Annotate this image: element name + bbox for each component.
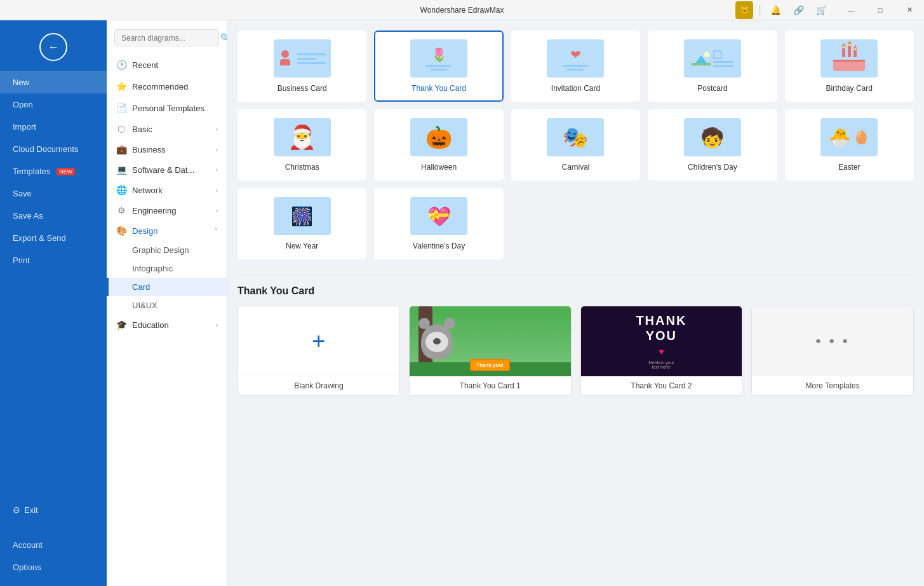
card-type-easter[interactable]: 🐣 🥚 Easter <box>785 109 914 181</box>
sidebar-item-templates[interactable]: Templates NEW <box>0 160 107 182</box>
mid-item-personal[interactable]: 📄 Personal Templates <box>107 97 227 119</box>
print-label: Print <box>13 256 30 265</box>
cat-network[interactable]: 🌐 Network › <box>107 180 227 200</box>
education-chevron: › <box>216 322 218 329</box>
share-icon[interactable]: 🔗 <box>789 1 807 19</box>
sidebar-item-account[interactable]: Account <box>0 534 107 556</box>
sidebar-item-import[interactable]: Import <box>0 116 107 138</box>
engineering-label: Engineering <box>132 206 176 215</box>
thank-you-banner: Thank you! <box>470 359 510 371</box>
card-type-postcard[interactable]: Postcard <box>648 31 777 102</box>
dark-thumb: THANK YOU ♥ Mention yourtext here! <box>581 306 742 376</box>
sidebar-item-print[interactable]: Print <box>0 249 107 271</box>
mid-item-recommended[interactable]: ⭐ Recommended <box>107 76 227 97</box>
preview-more[interactable]: • • • More Templates <box>751 306 914 396</box>
business-thumb <box>274 39 331 78</box>
sidebar-item-export[interactable]: Export & Send <box>0 227 107 249</box>
cloud-label: Cloud Documents <box>13 144 78 154</box>
network-icon: 🌐 <box>116 185 127 195</box>
more-label: More Templates <box>752 376 913 395</box>
plus-icon: + <box>312 328 325 355</box>
sub-graphic[interactable]: Graphic Design <box>107 241 227 259</box>
exit-label: Exit <box>24 505 38 515</box>
business-chevron: › <box>216 146 218 153</box>
card-type-christmas[interactable]: 🎅 Christmas <box>238 109 366 181</box>
card-type-thankyou[interactable]: 🌷 Thank You Card <box>374 31 503 102</box>
export-label: Export & Send <box>13 233 66 243</box>
maximize-button[interactable]: □ <box>866 0 895 20</box>
app-title: Wondershare EdrawMax <box>420 6 504 15</box>
sub-uiux[interactable]: UI&UX <box>107 296 227 315</box>
preview-t1[interactable]: Thank you! Thank You Card 1 <box>409 306 572 396</box>
carnival-thumb: 🎭 <box>547 118 604 156</box>
card-type-childrens[interactable]: 🧒 Children's Day <box>648 109 777 181</box>
business-label: Business <box>132 145 166 154</box>
network-label: Network <box>132 186 163 195</box>
back-button[interactable]: ← <box>39 33 67 61</box>
uiux-label: UI&UX <box>132 301 157 310</box>
blank-label: Blank Drawing <box>238 376 399 395</box>
card-type-birthday[interactable]: Birthday Card <box>785 31 914 102</box>
thankyou-thumb: 🌷 <box>410 39 467 78</box>
sub-card[interactable]: Card <box>107 278 227 296</box>
cat-business[interactable]: 💼 Business › <box>107 139 227 160</box>
network-chevron: › <box>216 187 218 194</box>
search-bar[interactable]: 🔍 <box>114 29 219 46</box>
sidebar-item-options[interactable]: Options <box>0 556 107 578</box>
easter-label: Easter <box>838 163 860 172</box>
sidebar-item-exit[interactable]: ⊖ Exit <box>0 498 107 521</box>
separator: | <box>758 3 761 17</box>
sidebar-item-cloud[interactable]: Cloud Documents <box>0 138 107 160</box>
cat-software[interactable]: 💻 Software & Dat... › <box>107 160 227 180</box>
sub-infographic[interactable]: Infographic <box>107 259 227 278</box>
recent-label: Recent <box>132 60 158 70</box>
sidebar-item-new[interactable]: New <box>0 71 107 93</box>
save-label: Save <box>13 189 32 198</box>
cart-icon[interactable]: 🛒 <box>812 1 830 19</box>
sidebar-item-save-as[interactable]: Save As <box>0 205 107 227</box>
dark-heart: ♥ <box>659 346 664 357</box>
section-divider <box>238 275 914 275</box>
card-type-carnival[interactable]: 🎭 Carnival <box>511 109 640 181</box>
card-type-valentine[interactable]: 💝 Valentine's Day <box>374 188 503 259</box>
user-avatar[interactable]: 🐱 <box>735 1 753 19</box>
design-icon: 🎨 <box>116 226 127 236</box>
cat-design[interactable]: 🎨 Design ˅ <box>107 221 227 241</box>
card-type-invitation[interactable]: ❤ Invitation Card <box>511 31 640 102</box>
preview-t2[interactable]: THANK YOU ♥ Mention yourtext here! Thank… <box>580 306 743 396</box>
sidebar-item-save[interactable]: Save <box>0 182 107 205</box>
content-area: Business Card 🌷 Thank You Card <box>227 20 924 586</box>
basic-icon: ⬡ <box>116 124 127 134</box>
recent-icon: 🕐 <box>116 60 127 70</box>
account-label: Account <box>13 540 43 550</box>
window-controls: — □ ✕ <box>836 0 924 20</box>
search-input[interactable] <box>121 34 217 43</box>
education-label: Education <box>132 320 169 330</box>
close-button[interactable]: ✕ <box>895 0 924 20</box>
sidebar-item-open[interactable]: Open <box>0 93 107 116</box>
education-icon: 🎓 <box>116 320 127 330</box>
halloween-thumb: 🎃 <box>410 118 467 156</box>
cat-engineering[interactable]: ⚙ Engineering › <box>107 200 227 221</box>
mid-item-recent[interactable]: 🕐 Recent <box>107 54 227 76</box>
notification-icon[interactable]: 🔔 <box>767 1 784 19</box>
software-label: Software & Dat... <box>132 165 194 175</box>
card-type-business[interactable]: Business Card <box>238 31 366 102</box>
t2-label: Thank You Card 2 <box>581 376 742 395</box>
minimize-button[interactable]: — <box>836 0 866 20</box>
business-icon: 💼 <box>116 144 127 154</box>
cat-basic[interactable]: ⬡ Basic › <box>107 119 227 139</box>
sidebar-mid: 🔍 🕐 Recent ⭐ Recommended 📄 Personal Temp… <box>107 20 227 586</box>
infographic-label: Infographic <box>132 264 173 273</box>
design-chevron: ˅ <box>215 228 218 235</box>
cat-education[interactable]: 🎓 Education › <box>107 315 227 335</box>
t1-label: Thank You Card 1 <box>410 376 571 395</box>
preview-blank[interactable]: + Blank Drawing <box>238 306 400 396</box>
card-type-newyear[interactable]: 🎆 New Year <box>238 188 366 259</box>
koala-thumb: Thank you! <box>410 306 571 376</box>
options-label: Options <box>13 562 41 572</box>
basic-chevron: › <box>216 126 218 133</box>
christmas-label: Christmas <box>285 163 319 172</box>
invitation-card-label: Invitation Card <box>551 84 600 93</box>
card-type-halloween[interactable]: 🎃 Halloween <box>374 109 503 181</box>
